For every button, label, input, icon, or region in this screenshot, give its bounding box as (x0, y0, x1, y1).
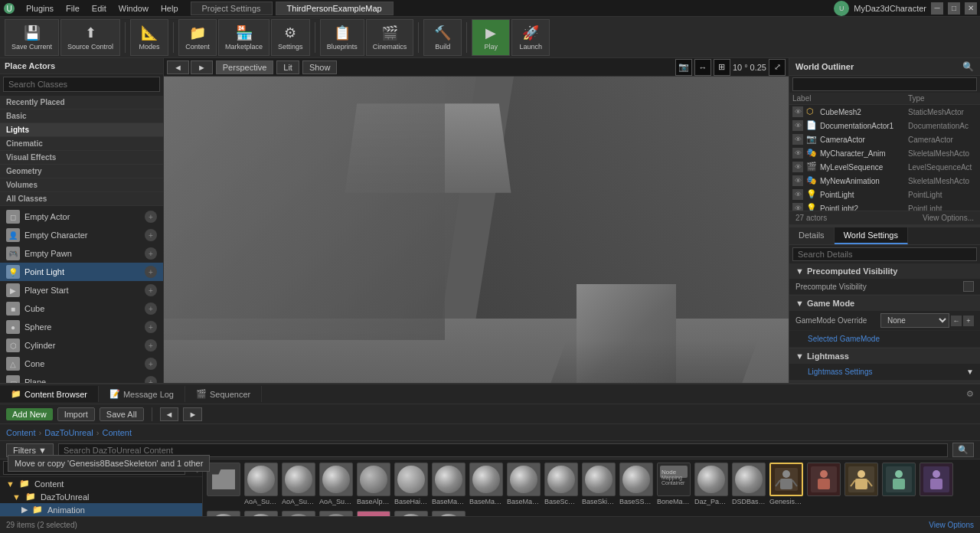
precomputed-visibility-header[interactable]: ▼ Precomputed Visibility (789, 263, 980, 279)
menu-window[interactable]: Window (113, 2, 155, 15)
actor-cylinder[interactable]: ⬡ Cylinder + (0, 336, 163, 355)
gamemode-right-icon[interactable]: + (963, 316, 974, 326)
asset-anim-4[interactable] (919, 463, 954, 508)
actor-sphere[interactable]: ● Sphere + (0, 318, 163, 336)
outliner-search-input[interactable] (792, 77, 977, 91)
build-btn[interactable]: 🔨 Build (423, 19, 462, 56)
empty-actor-add[interactable]: + (145, 211, 157, 223)
menu-file[interactable]: File (60, 2, 86, 15)
lightmass-collapse-btn[interactable]: ▼ (966, 368, 974, 376)
vp-back-btn[interactable]: ◄ (167, 60, 189, 74)
vp-forward-btn[interactable]: ► (191, 60, 213, 74)
actor-empty-character[interactable]: 👤 Empty Character + (0, 226, 163, 244)
outliner-documentation[interactable]: 👁 📄 DocumentationActor1 DocumentationAc (789, 119, 980, 132)
details-search-input[interactable] (792, 247, 977, 261)
view-options-btn[interactable]: View Options... (923, 214, 974, 222)
asset-genesis8[interactable]: Genesis8_BaseSkeleton (769, 463, 804, 508)
asset-dsdbase[interactable]: DSDBase_Material (731, 463, 766, 508)
modes-btn[interactable]: 📐 Modes (130, 19, 168, 56)
blueprints-btn[interactable]: 📋 Blueprints (320, 19, 364, 56)
vp-maximize-btn[interactable]: ⤢ (769, 59, 786, 76)
asset-anim-3[interactable] (881, 463, 916, 508)
eye-vis-icon-3[interactable]: 👁 (792, 134, 803, 145)
vp-show-btn[interactable]: Show (302, 60, 338, 74)
actor-player-start[interactable]: ▶ Player Start + (0, 281, 163, 299)
asset-basematerial-tess[interactable]: BaseMaterial_Tessellated (469, 463, 504, 508)
vp-lit-btn[interactable]: Lit (276, 60, 299, 74)
marketplace-btn[interactable]: 🏪 Marketplace (218, 19, 270, 56)
nav-right-btn[interactable]: ► (183, 407, 202, 421)
vp-camera-btn[interactable]: 📷 (675, 59, 692, 76)
folder-search-input[interactable] (3, 461, 185, 475)
asset-sphere-r3[interactable] (281, 511, 316, 516)
menu-edit[interactable]: Edit (86, 2, 113, 15)
tab-project-settings[interactable]: Project Settings (191, 2, 273, 15)
eye-vis-icon-7[interactable]: 👁 (792, 189, 803, 200)
tab-map[interactable]: ThirdPersonExampleMap (276, 2, 394, 15)
asset-search-input[interactable] (58, 443, 948, 457)
vp-perspective-btn[interactable]: Perspective (216, 60, 273, 74)
actor-cube[interactable]: ■ Cube + (0, 299, 163, 318)
maximize-btn[interactable]: □ (948, 2, 960, 15)
asset-daz-params[interactable]: Daz_Parameters (694, 463, 729, 508)
player-start-add[interactable]: + (145, 284, 157, 296)
asset-folder[interactable] (206, 463, 241, 508)
outliner-pointlight[interactable]: 👁 💡 PointLight PointLight (789, 188, 980, 201)
asset-aoa-subsurface-1[interactable]: AoA_Subsurface_MaterialD (243, 463, 279, 508)
empty-pawn-add[interactable]: + (145, 247, 157, 260)
asset-basealpha[interactable]: BaseAlpha_Material (356, 463, 391, 508)
precompute-visibility-checkbox[interactable] (963, 281, 974, 292)
asset-sphere-r4[interactable] (318, 511, 354, 516)
outliner-pointlight2[interactable]: 👁 💡 PointLight2 PointLight (789, 201, 980, 211)
path-content[interactable]: Content (6, 428, 36, 437)
view-options-bottom[interactable]: View Options (929, 521, 974, 529)
asset-sphere-r6[interactable] (431, 511, 466, 516)
actor-cone[interactable]: △ Cone + (0, 355, 163, 373)
all-classes-category[interactable]: All Classes (0, 192, 163, 206)
bottom-panel-settings-btn[interactable]: ⚙ (960, 386, 980, 402)
eye-vis-icon-2[interactable]: 👁 (792, 120, 803, 131)
outliner-levelseq[interactable]: 👁 🎬 MyLevelSequence LevelSequenceAct (789, 160, 980, 174)
cylinder-add[interactable]: + (145, 339, 157, 352)
folder-daztounreal[interactable]: ▼ 📁 DazToUnreal (0, 490, 202, 503)
launch-btn[interactable]: 🚀 Launch (511, 19, 550, 56)
search-actors-input[interactable] (3, 77, 160, 92)
vp-transform-btn[interactable]: ↔ (694, 59, 711, 76)
selected-gamemode-label[interactable]: Selected GameMode (795, 333, 892, 345)
asset-sphere-r1[interactable] (206, 511, 241, 516)
outliner-search-icon[interactable]: 🔍 (962, 61, 974, 72)
asset-anim-2[interactable] (844, 463, 879, 508)
outliner-mycharacter[interactable]: 👁 🎭 MyCharacter_Anim SkeletalMeshActo (789, 146, 980, 160)
eye-vis-icon[interactable]: 👁 (792, 106, 803, 117)
game-mode-header[interactable]: ▼ Game Mode (789, 296, 980, 311)
folder-animation[interactable]: ▶ 📁 Animation (0, 503, 202, 516)
search-submit-btn[interactable]: 🔍 (952, 443, 974, 457)
vp-nav-left[interactable]: ◄ ► (167, 60, 213, 74)
import-btn[interactable]: Import (57, 407, 95, 421)
cinematics-btn[interactable]: 🎬 Cinematics (366, 19, 414, 56)
asset-basescalp[interactable]: BaseScalp_Material (544, 463, 579, 508)
play-btn[interactable]: ▶ Play (472, 19, 510, 56)
sphere-add[interactable]: + (145, 321, 157, 333)
content-browser-tab[interactable]: 📁 Content Browser (0, 386, 99, 402)
nav-left-btn[interactable]: ◄ (160, 407, 179, 421)
path-daztounreal[interactable]: DazToUnreal (44, 428, 93, 437)
gamemode-left-icon[interactable]: ← (951, 316, 962, 326)
cinematic-category[interactable]: Cinematic (0, 137, 163, 151)
eye-vis-icon-8[interactable]: 👁 (792, 203, 803, 211)
close-btn[interactable]: ✕ (965, 2, 977, 15)
folder-search-icon[interactable]: 🔍 (188, 463, 199, 473)
asset-baseSSS[interactable]: BaseSSSSkin_Material (619, 463, 654, 508)
asset-bonemapping[interactable]: Node Mapping Container BoneMapping (656, 463, 691, 508)
point-light-add[interactable]: + (145, 266, 157, 278)
outliner-mynewanimation[interactable]: 👁 🎭 MyNewAnimation SkeletalMeshActo (789, 174, 980, 188)
asset-anim-1[interactable] (806, 463, 841, 508)
lightmass-settings-label[interactable]: Lightmass Settings (795, 366, 885, 378)
asset-sphere-r2[interactable] (243, 511, 279, 516)
settings-btn[interactable]: ⚙ Settings (271, 19, 310, 56)
eye-vis-icon-6[interactable]: 👁 (792, 175, 803, 186)
asset-baseskin[interactable]: BaseSkin_Material (581, 463, 616, 508)
source-control-btn[interactable]: ⬆ Source Control (60, 19, 120, 56)
asset-basematerial[interactable]: BaseMaterial_Material (506, 463, 541, 508)
asset-aoa-subsurface-2[interactable]: AoA_Subsurface_SkinMater (281, 463, 316, 508)
